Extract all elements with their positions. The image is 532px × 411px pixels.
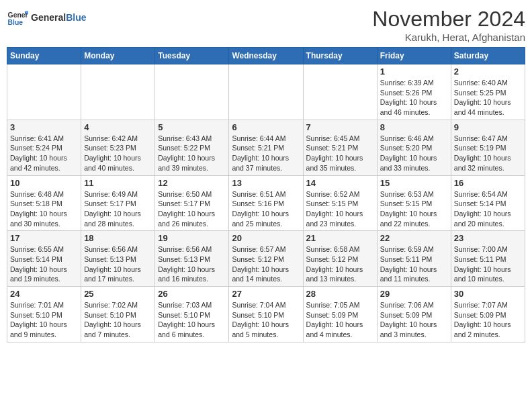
calendar-cell: 20Sunrise: 6:57 AM Sunset: 5:12 PM Dayli… xyxy=(229,231,303,287)
day-info: Sunrise: 6:53 AM Sunset: 5:15 PM Dayligh… xyxy=(380,189,448,229)
day-number: 29 xyxy=(380,289,448,299)
calendar-table: SundayMondayTuesdayWednesdayThursdayFrid… xyxy=(7,47,525,342)
logo: General Blue GeneralBlue xyxy=(7,7,86,28)
week-row-1: 1Sunrise: 6:39 AM Sunset: 5:26 PM Daylig… xyxy=(7,64,525,120)
calendar-cell: 8Sunrise: 6:46 AM Sunset: 5:20 PM Daylig… xyxy=(377,120,451,175)
day-info: Sunrise: 7:01 AM Sunset: 5:10 PM Dayligh… xyxy=(10,300,78,340)
week-row-2: 3Sunrise: 6:41 AM Sunset: 5:24 PM Daylig… xyxy=(7,120,525,175)
calendar-cell: 18Sunrise: 6:56 AM Sunset: 5:13 PM Dayli… xyxy=(81,231,155,287)
calendar-cell: 26Sunrise: 7:03 AM Sunset: 5:10 PM Dayli… xyxy=(155,287,229,342)
calendar-cell: 11Sunrise: 6:49 AM Sunset: 5:17 PM Dayli… xyxy=(81,175,155,231)
calendar-cell: 28Sunrise: 7:05 AM Sunset: 5:09 PM Dayli… xyxy=(303,287,377,342)
day-info: Sunrise: 6:44 AM Sunset: 5:21 PM Dayligh… xyxy=(232,134,300,173)
day-header-friday: Friday xyxy=(377,48,451,64)
day-number: 11 xyxy=(84,178,152,188)
day-header-tuesday: Tuesday xyxy=(155,48,229,64)
day-info: Sunrise: 6:49 AM Sunset: 5:17 PM Dayligh… xyxy=(84,189,152,229)
day-number: 6 xyxy=(232,122,300,132)
day-number: 16 xyxy=(454,178,522,188)
calendar-cell: 7Sunrise: 6:45 AM Sunset: 5:21 PM Daylig… xyxy=(303,120,377,175)
day-info: Sunrise: 6:41 AM Sunset: 5:24 PM Dayligh… xyxy=(10,134,78,173)
calendar-cell: 29Sunrise: 7:06 AM Sunset: 5:09 PM Dayli… xyxy=(377,287,451,342)
calendar-cell xyxy=(81,64,155,120)
day-header-thursday: Thursday xyxy=(303,48,377,64)
day-number: 9 xyxy=(454,122,522,132)
calendar-cell: 3Sunrise: 6:41 AM Sunset: 5:24 PM Daylig… xyxy=(7,120,81,175)
day-info: Sunrise: 6:58 AM Sunset: 5:12 PM Dayligh… xyxy=(306,244,374,284)
day-number: 2 xyxy=(454,66,522,77)
day-info: Sunrise: 6:39 AM Sunset: 5:26 PM Dayligh… xyxy=(380,78,448,118)
day-number: 26 xyxy=(158,289,226,299)
calendar-cell: 2Sunrise: 6:40 AM Sunset: 5:25 PM Daylig… xyxy=(451,64,525,120)
week-row-3: 10Sunrise: 6:48 AM Sunset: 5:18 PM Dayli… xyxy=(7,175,525,231)
day-header-sunday: Sunday xyxy=(7,48,81,64)
day-number: 14 xyxy=(306,178,374,188)
day-info: Sunrise: 6:55 AM Sunset: 5:14 PM Dayligh… xyxy=(10,244,78,284)
calendar-cell: 24Sunrise: 7:01 AM Sunset: 5:10 PM Dayli… xyxy=(7,287,81,342)
calendar-cell: 22Sunrise: 6:59 AM Sunset: 5:11 PM Dayli… xyxy=(377,231,451,287)
day-number: 28 xyxy=(306,289,374,299)
day-info: Sunrise: 6:46 AM Sunset: 5:20 PM Dayligh… xyxy=(380,134,448,173)
day-number: 10 xyxy=(10,178,78,188)
calendar-cell: 1Sunrise: 6:39 AM Sunset: 5:26 PM Daylig… xyxy=(377,64,451,120)
day-header-saturday: Saturday xyxy=(451,48,525,64)
calendar-cell: 12Sunrise: 6:50 AM Sunset: 5:17 PM Dayli… xyxy=(155,175,229,231)
calendar-cell: 27Sunrise: 7:04 AM Sunset: 5:10 PM Dayli… xyxy=(229,287,303,342)
title-block: November 2024 Karukh, Herat, Afghanistan xyxy=(372,7,525,43)
day-info: Sunrise: 6:43 AM Sunset: 5:22 PM Dayligh… xyxy=(158,134,226,173)
day-info: Sunrise: 6:56 AM Sunset: 5:13 PM Dayligh… xyxy=(84,244,152,284)
day-number: 7 xyxy=(306,122,374,132)
day-header-monday: Monday xyxy=(81,48,155,64)
day-info: Sunrise: 6:45 AM Sunset: 5:21 PM Dayligh… xyxy=(306,134,374,173)
day-number: 15 xyxy=(380,178,448,188)
calendar-cell: 6Sunrise: 6:44 AM Sunset: 5:21 PM Daylig… xyxy=(229,120,303,175)
days-header-row: SundayMondayTuesdayWednesdayThursdayFrid… xyxy=(7,48,525,64)
calendar-cell: 9Sunrise: 6:47 AM Sunset: 5:19 PM Daylig… xyxy=(451,120,525,175)
calendar-cell: 4Sunrise: 6:42 AM Sunset: 5:23 PM Daylig… xyxy=(81,120,155,175)
day-number: 12 xyxy=(158,178,226,188)
day-info: Sunrise: 6:51 AM Sunset: 5:16 PM Dayligh… xyxy=(232,189,300,229)
calendar-cell xyxy=(155,64,229,120)
calendar-cell: 19Sunrise: 6:56 AM Sunset: 5:13 PM Dayli… xyxy=(155,231,229,287)
calendar-body: 1Sunrise: 6:39 AM Sunset: 5:26 PM Daylig… xyxy=(7,64,525,342)
day-number: 30 xyxy=(454,289,522,299)
day-info: Sunrise: 6:56 AM Sunset: 5:13 PM Dayligh… xyxy=(158,244,226,284)
calendar-cell: 30Sunrise: 7:07 AM Sunset: 5:09 PM Dayli… xyxy=(451,287,525,342)
day-info: Sunrise: 6:54 AM Sunset: 5:14 PM Dayligh… xyxy=(454,189,522,229)
calendar-cell: 21Sunrise: 6:58 AM Sunset: 5:12 PM Dayli… xyxy=(303,231,377,287)
day-number: 19 xyxy=(158,233,226,243)
day-number: 5 xyxy=(158,122,226,132)
day-number: 24 xyxy=(10,289,78,299)
day-info: Sunrise: 7:02 AM Sunset: 5:10 PM Dayligh… xyxy=(84,300,152,340)
day-info: Sunrise: 6:48 AM Sunset: 5:18 PM Dayligh… xyxy=(10,189,78,229)
day-number: 3 xyxy=(10,122,78,132)
day-info: Sunrise: 6:59 AM Sunset: 5:11 PM Dayligh… xyxy=(380,244,448,284)
calendar-cell: 13Sunrise: 6:51 AM Sunset: 5:16 PM Dayli… xyxy=(229,175,303,231)
day-number: 8 xyxy=(380,122,448,132)
day-number: 4 xyxy=(84,122,152,132)
day-number: 13 xyxy=(232,178,300,188)
day-number: 17 xyxy=(10,233,78,243)
day-info: Sunrise: 6:42 AM Sunset: 5:23 PM Dayligh… xyxy=(84,134,152,173)
day-info: Sunrise: 7:03 AM Sunset: 5:10 PM Dayligh… xyxy=(158,300,226,340)
calendar-cell: 16Sunrise: 6:54 AM Sunset: 5:14 PM Dayli… xyxy=(451,175,525,231)
day-info: Sunrise: 7:05 AM Sunset: 5:09 PM Dayligh… xyxy=(306,300,374,340)
calendar-cell xyxy=(303,64,377,120)
calendar-cell xyxy=(229,64,303,120)
week-row-5: 24Sunrise: 7:01 AM Sunset: 5:10 PM Dayli… xyxy=(7,287,525,342)
page-header: General Blue GeneralBlue November 2024 K… xyxy=(7,7,525,43)
day-number: 25 xyxy=(84,289,152,299)
calendar-cell: 15Sunrise: 6:53 AM Sunset: 5:15 PM Dayli… xyxy=(377,175,451,231)
calendar-cell: 17Sunrise: 6:55 AM Sunset: 5:14 PM Dayli… xyxy=(7,231,81,287)
day-info: Sunrise: 7:00 AM Sunset: 5:11 PM Dayligh… xyxy=(454,244,522,284)
calendar-location: Karukh, Herat, Afghanistan xyxy=(372,32,525,43)
day-info: Sunrise: 6:57 AM Sunset: 5:12 PM Dayligh… xyxy=(232,244,300,284)
day-info: Sunrise: 7:07 AM Sunset: 5:09 PM Dayligh… xyxy=(454,300,522,340)
day-number: 18 xyxy=(84,233,152,243)
calendar-cell: 5Sunrise: 6:43 AM Sunset: 5:22 PM Daylig… xyxy=(155,120,229,175)
day-header-wednesday: Wednesday xyxy=(229,48,303,64)
calendar-title: November 2024 xyxy=(372,7,525,32)
day-number: 1 xyxy=(380,66,448,77)
logo-text: GeneralBlue xyxy=(31,12,86,23)
day-info: Sunrise: 6:47 AM Sunset: 5:19 PM Dayligh… xyxy=(454,134,522,173)
